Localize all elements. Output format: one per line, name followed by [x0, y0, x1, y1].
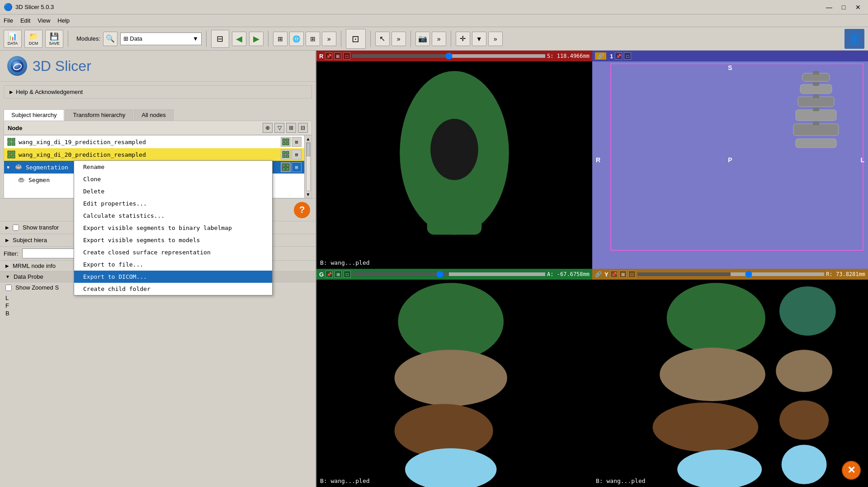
titlebar-controls[interactable]: — □ ✕ [823, 3, 864, 12]
view-buttons: ⊞ 🌐 ⊞ » [273, 32, 336, 46]
scroll-track[interactable] [306, 142, 311, 191]
menu-view[interactable]: View [38, 17, 50, 24]
node-vis-2[interactable] [281, 150, 291, 159]
node-table-label: Node [8, 125, 23, 131]
vp-frame-icon[interactable]: □ [343, 52, 350, 60]
vp-pin-y[interactable]: 📌 [610, 271, 618, 278]
toolbar-separator-3 [268, 31, 269, 47]
view-icon-1[interactable]: ⊞ [273, 32, 288, 46]
user-button[interactable]: 👤 [844, 29, 864, 49]
screenshot-buttons: 📷 » [415, 32, 446, 46]
screenshot-button[interactable]: 📷 [415, 32, 430, 46]
dcm-button[interactable]: 📁 DCM [24, 30, 42, 48]
transform-button[interactable]: ✛ [456, 32, 470, 46]
tab-all-nodes[interactable]: All nodes [134, 109, 173, 121]
vp-3d-pin-icon[interactable]: 📌 [615, 52, 622, 60]
node-row-1[interactable]: wang_xing_di_19_prediction_resampled ⊞ [4, 136, 304, 148]
fit-button[interactable]: ⊡ [346, 29, 366, 49]
ctx-calc-stats[interactable]: Calculate statistics... [74, 210, 272, 222]
modules-dropdown[interactable]: ⊞ Data ▼ [120, 33, 202, 45]
svg-rect-25 [286, 168, 289, 170]
pin-view-icon[interactable]: ⊕ [263, 123, 273, 133]
vp-slider-red[interactable] [352, 54, 545, 58]
vp-slider-yellow[interactable] [637, 272, 825, 276]
search-modules-button[interactable]: 🔍 [103, 32, 118, 46]
transform-down[interactable]: ▼ [472, 32, 486, 46]
viewport-bottom-right: 🔗 Y 📌 ⊞ □ R: 73.8281mm [592, 269, 868, 487]
bottom-close-button[interactable]: ✕ [842, 461, 861, 480]
cursor-button[interactable]: ↖ [375, 32, 390, 46]
view-icon-2[interactable]: 🌐 [289, 32, 304, 46]
grid-icon[interactable]: ⊞ [286, 123, 296, 133]
vp-pin-green[interactable]: 📌 [326, 271, 333, 278]
ctx-rename[interactable]: Rename [74, 161, 272, 173]
svg-point-45 [395, 350, 507, 406]
slicer-app-title: 3D Slicer [33, 58, 91, 75]
data-probe-arrow[interactable]: ▼ [5, 274, 10, 279]
forward-button[interactable]: ▶ [249, 32, 264, 46]
show-transforms-arrow[interactable]: ▶ [5, 225, 9, 230]
back-button[interactable]: ◀ [232, 32, 246, 46]
subject-hier-arrow[interactable]: ▶ [5, 238, 9, 243]
screenshot-more[interactable]: » [432, 32, 446, 46]
ctx-export-models[interactable]: Export visible segments to models [74, 234, 272, 246]
transform-more[interactable]: » [488, 32, 503, 46]
help-section[interactable]: ▶ Help & Acknowledgement [4, 85, 312, 98]
menu-help[interactable]: Help [57, 17, 70, 24]
vp-frame-y[interactable]: □ [628, 271, 636, 278]
node-vis-1[interactable] [281, 137, 291, 147]
close-button[interactable]: ✕ [852, 3, 864, 12]
maximize-button[interactable]: □ [837, 3, 850, 12]
transform-buttons: ✛ ▼ » [456, 32, 503, 46]
tab-subject-hierarchy[interactable]: Subject hierarchy [4, 109, 64, 121]
view-icon-more[interactable]: » [322, 32, 336, 46]
ctx-export-file[interactable]: Export to file... [74, 258, 272, 271]
node-grid-2[interactable]: ⊞ [292, 150, 302, 159]
vp-link-icon[interactable]: ⊞ [334, 52, 341, 60]
node-grid-3[interactable]: ⊞ [292, 162, 302, 172]
ctx-edit-props[interactable]: Edit properties... [74, 197, 272, 210]
help-orange-button[interactable]: ? [294, 202, 310, 218]
ctx-clone[interactable]: Clone [74, 173, 272, 185]
toolbar-separator-4 [341, 31, 341, 47]
minimize-button[interactable]: — [823, 3, 835, 12]
node-grid-1[interactable]: ⊞ [292, 137, 302, 147]
node-row-2[interactable]: wang_xing_di_20_prediction_resampled ⊞ [4, 148, 304, 161]
svg-rect-23 [286, 164, 289, 167]
vp-pin-icon[interactable]: 📌 [325, 52, 332, 60]
tab-transform-hierarchy[interactable]: Transform hierarchy [65, 109, 133, 121]
scroll-down[interactable]: ▼ [305, 191, 311, 198]
cursor-more[interactable]: » [392, 32, 406, 46]
data-button[interactable]: 📊 DATA [4, 30, 22, 48]
grid2-icon[interactable]: ⊟ [298, 123, 308, 133]
vp-3d-frame-icon[interactable]: □ [624, 52, 631, 60]
node-vis-3[interactable] [281, 162, 291, 172]
ctx-create-child[interactable]: Create child folder [74, 283, 272, 295]
vp-link-green[interactable]: ⊞ [335, 271, 342, 278]
collapse-arrow[interactable]: ▼ [7, 165, 9, 170]
vp-link-y[interactable]: ⊞ [619, 271, 627, 278]
ctx-export-dicom[interactable]: Export to DICOM... [74, 271, 272, 283]
show-zoomed-checkbox[interactable] [5, 285, 12, 291]
menu-edit[interactable]: Edit [20, 17, 30, 24]
vp-slider-green[interactable] [353, 272, 545, 276]
layout-button[interactable]: ⊟ [211, 30, 229, 48]
vis-icon[interactable]: ▽ [274, 123, 284, 133]
ctx-create-surface[interactable]: Create closed surface representation [74, 246, 272, 258]
menu-file[interactable]: File [4, 17, 13, 24]
ctx-export-labelmap[interactable]: Export visible segments to binary labelm… [74, 222, 272, 234]
scroll-thumb [307, 143, 310, 156]
svg-rect-40 [813, 82, 819, 86]
scroll-up[interactable]: ▲ [305, 136, 311, 142]
ctx-delete[interactable]: Delete [74, 185, 272, 197]
help-expand-arrow[interactable]: ▶ [9, 89, 13, 94]
view-icon-3[interactable]: ⊞ [306, 32, 320, 46]
node-icon-3 [14, 163, 23, 172]
mrml-expand-arrow[interactable]: ▶ [5, 263, 9, 268]
vp-pin-icon-y: 🔗 [595, 271, 602, 277]
save-button[interactable]: 💾 SAVE [45, 30, 63, 48]
node-actions-1: ⊞ [281, 137, 302, 147]
scrollbar: ▲ ▼ [304, 136, 311, 198]
vp-frame-green[interactable]: □ [344, 271, 351, 278]
show-transforms-checkbox[interactable] [13, 225, 19, 231]
